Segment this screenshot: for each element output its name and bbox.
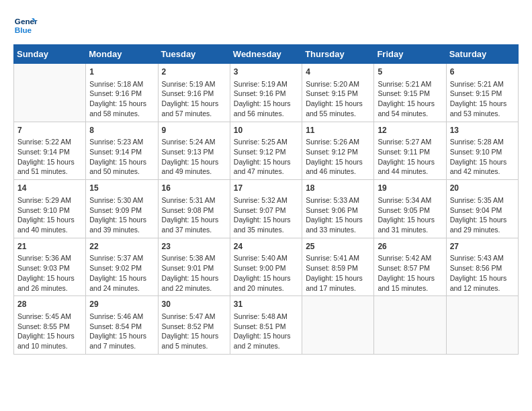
day-number: 25 — [306, 241, 370, 253]
calendar-cell: 13Sunrise: 5:28 AMSunset: 9:10 PMDayligh… — [446, 122, 518, 180]
day-info-line: and 5 minutes. — [162, 341, 226, 351]
calendar-cell: 19Sunrise: 5:34 AMSunset: 9:05 PMDayligh… — [374, 180, 446, 238]
day-info-line: Sunrise: 5:43 AM — [450, 253, 515, 263]
day-info-line: and 47 minutes. — [234, 167, 298, 177]
day-info-line: Daylight: 15 hours — [162, 157, 226, 167]
day-number: 17 — [234, 183, 298, 194]
day-number: 21 — [17, 241, 82, 253]
day-info-line: Sunset: 8:55 PM — [17, 322, 82, 332]
day-info-line: Sunset: 8:51 PM — [234, 322, 298, 332]
logo: General Blue — [13, 13, 38, 38]
calendar-cell: 27Sunrise: 5:43 AMSunset: 8:56 PMDayligh… — [446, 238, 518, 296]
day-info-line: and 7 minutes. — [89, 341, 154, 351]
day-number: 6 — [450, 66, 515, 78]
day-info-line: and 55 minutes. — [306, 109, 370, 119]
day-info-line: Daylight: 15 hours — [378, 157, 442, 167]
day-number: 3 — [234, 66, 298, 78]
day-number: 22 — [89, 241, 154, 253]
day-info-line: Daylight: 15 hours — [306, 273, 370, 283]
day-number: 18 — [306, 183, 370, 194]
day-info-line: and 20 minutes. — [234, 283, 298, 293]
calendar-cell: 16Sunrise: 5:31 AMSunset: 9:08 PMDayligh… — [158, 180, 230, 238]
calendar-week-row: 1Sunrise: 5:18 AMSunset: 9:16 PMDaylight… — [14, 64, 519, 122]
calendar-cell: 2Sunrise: 5:19 AMSunset: 9:16 PMDaylight… — [158, 64, 230, 122]
day-info-line: Daylight: 15 hours — [234, 331, 298, 341]
calendar-cell: 28Sunrise: 5:45 AMSunset: 8:55 PMDayligh… — [14, 296, 86, 355]
day-info-line: Daylight: 15 hours — [234, 215, 298, 225]
day-info-line: and 46 minutes. — [306, 167, 370, 177]
day-info-line: Sunset: 9:11 PM — [378, 147, 442, 157]
day-info-line: Daylight: 15 hours — [306, 215, 370, 225]
day-info-line: and 12 minutes. — [450, 283, 515, 293]
day-info-line: Sunrise: 5:41 AM — [306, 253, 370, 263]
day-info-line: Sunrise: 5:28 AM — [450, 137, 515, 147]
day-info-line: Sunrise: 5:18 AM — [89, 79, 154, 89]
weekday-header-friday: Friday — [374, 45, 446, 64]
calendar-cell: 4Sunrise: 5:20 AMSunset: 9:15 PMDaylight… — [302, 64, 374, 122]
day-number: 10 — [234, 125, 298, 136]
calendar-cell: 11Sunrise: 5:26 AMSunset: 9:12 PMDayligh… — [302, 122, 374, 180]
day-number: 8 — [89, 125, 154, 136]
day-number: 24 — [234, 241, 298, 253]
day-info-line: Sunrise: 5:22 AM — [17, 137, 82, 147]
day-info-line: Sunrise: 5:34 AM — [378, 195, 442, 205]
day-info-line: Sunset: 8:52 PM — [162, 322, 226, 332]
day-number: 5 — [378, 66, 442, 78]
day-number: 19 — [378, 183, 442, 194]
day-info-line: and 24 minutes. — [89, 283, 154, 293]
calendar-week-row: 7Sunrise: 5:22 AMSunset: 9:14 PMDaylight… — [14, 122, 519, 180]
logo-icon: General Blue — [13, 13, 38, 38]
weekday-header-monday: Monday — [86, 45, 158, 64]
calendar-week-row: 14Sunrise: 5:29 AMSunset: 9:10 PMDayligh… — [14, 180, 519, 238]
weekday-header-saturday: Saturday — [446, 45, 518, 64]
day-info-line: and 22 minutes. — [162, 283, 226, 293]
day-number: 28 — [17, 299, 82, 310]
day-info-line: Sunset: 8:54 PM — [89, 322, 154, 332]
calendar-cell — [446, 296, 518, 355]
day-info-line: Sunrise: 5:21 AM — [450, 79, 515, 89]
weekday-header-sunday: Sunday — [14, 45, 86, 64]
day-info-line: Sunset: 9:15 PM — [378, 89, 442, 99]
day-number: 23 — [162, 241, 226, 253]
day-info-line: Daylight: 15 hours — [89, 273, 154, 283]
day-info-line: and 29 minutes. — [450, 225, 515, 235]
calendar-cell: 31Sunrise: 5:48 AMSunset: 8:51 PMDayligh… — [230, 296, 302, 355]
calendar-cell: 21Sunrise: 5:36 AMSunset: 9:03 PMDayligh… — [14, 238, 86, 296]
day-info-line: and 58 minutes. — [89, 109, 154, 119]
calendar-cell: 8Sunrise: 5:23 AMSunset: 9:14 PMDaylight… — [86, 122, 158, 180]
day-info-line: Daylight: 15 hours — [306, 157, 370, 167]
day-info-line: and 31 minutes. — [378, 225, 442, 235]
day-info-line: Daylight: 15 hours — [162, 331, 226, 341]
day-number: 1 — [89, 66, 154, 78]
day-info-line: Sunset: 9:14 PM — [89, 147, 154, 157]
svg-text:Blue: Blue — [15, 26, 32, 34]
day-info-line: Sunset: 9:10 PM — [450, 147, 515, 157]
day-number: 2 — [162, 66, 226, 78]
day-info-line: and 26 minutes. — [17, 283, 82, 293]
calendar-cell — [374, 296, 446, 355]
day-info-line: Sunset: 8:56 PM — [450, 263, 515, 273]
day-info-line: Sunset: 9:03 PM — [17, 263, 82, 273]
calendar-cell: 23Sunrise: 5:38 AMSunset: 9:01 PMDayligh… — [158, 238, 230, 296]
day-info-line: Daylight: 15 hours — [89, 331, 154, 341]
calendar-cell: 15Sunrise: 5:30 AMSunset: 9:09 PMDayligh… — [86, 180, 158, 238]
day-info-line: Daylight: 15 hours — [378, 99, 442, 109]
day-info-line: and 35 minutes. — [234, 225, 298, 235]
day-info-line: Sunrise: 5:30 AM — [89, 195, 154, 205]
weekday-header-row: SundayMondayTuesdayWednesdayThursdayFrid… — [14, 45, 519, 64]
calendar-cell: 6Sunrise: 5:21 AMSunset: 9:15 PMDaylight… — [446, 64, 518, 122]
weekday-header-thursday: Thursday — [302, 45, 374, 64]
day-info-line: Sunset: 9:12 PM — [306, 147, 370, 157]
day-info-line: Sunrise: 5:37 AM — [89, 253, 154, 263]
day-info-line: and 44 minutes. — [378, 167, 442, 177]
day-info-line: Sunrise: 5:19 AM — [162, 79, 226, 89]
day-info-line: Sunrise: 5:26 AM — [306, 137, 370, 147]
day-info-line: and 10 minutes. — [17, 341, 82, 351]
day-info-line: Sunset: 9:16 PM — [162, 89, 226, 99]
day-info-line: and 15 minutes. — [378, 283, 442, 293]
day-number: 15 — [89, 183, 154, 194]
calendar-cell: 29Sunrise: 5:46 AMSunset: 8:54 PMDayligh… — [86, 296, 158, 355]
calendar-cell — [14, 64, 86, 122]
day-info-line: Sunrise: 5:27 AM — [378, 137, 442, 147]
page-header: General Blue — [13, 13, 519, 38]
